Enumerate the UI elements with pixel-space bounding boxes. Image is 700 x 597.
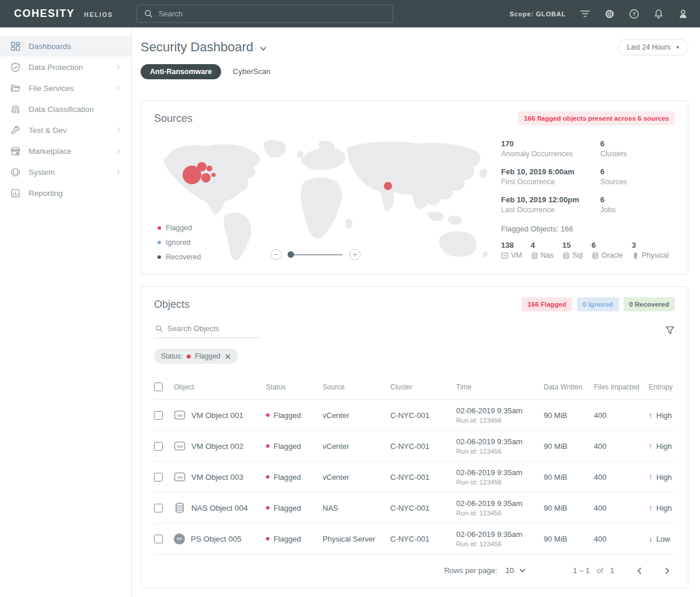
run-id: Run id: 123456 (456, 479, 544, 486)
chevron-down-icon[interactable] (259, 44, 268, 53)
sidebar-item-system[interactable]: System (0, 161, 131, 182)
column-header-object: Object (174, 383, 266, 391)
objects-card: Objects 166 Flagged0 Ignored0 Recovered (141, 286, 688, 588)
stat-label: Jobs (600, 206, 675, 214)
flagged-dot-icon (187, 354, 191, 359)
flagged-source-bubble[interactable] (206, 166, 212, 171)
previous-page-button[interactable] (635, 567, 643, 575)
page-total: 1 (610, 566, 614, 575)
type-count-label: Oracle (592, 251, 623, 259)
flagged-source-bubble[interactable] (384, 182, 392, 190)
row-checkbox[interactable] (154, 504, 163, 512)
global-search-input[interactable] (159, 9, 386, 18)
filter-lines-icon[interactable] (580, 9, 590, 19)
main-content: Security Dashboard Last 24 Hours ▾ Anti-… (132, 27, 700, 597)
row-checkbox[interactable] (154, 535, 163, 543)
sidebar-item-dashboards[interactable]: Dashboards (0, 36, 131, 57)
object-name: PS Object 005 (191, 535, 242, 543)
settings-icon[interactable] (604, 9, 615, 19)
flagged-source-bubble[interactable] (197, 162, 206, 171)
objects-search-input[interactable] (167, 324, 259, 333)
sidebar-item-data-protection[interactable]: Data Protection (0, 57, 131, 78)
account-icon[interactable] (678, 9, 688, 19)
type-count-physical: 3Physical (632, 241, 669, 259)
table-row[interactable]: VMVM Object 001FlaggedvCenterC-NYC-00102… (154, 400, 675, 431)
table-row[interactable]: AIXPS Object 005FlaggedPhysical ServerC-… (154, 524, 675, 554)
row-checkbox[interactable] (154, 411, 163, 420)
next-page-button[interactable] (663, 567, 671, 575)
table-row[interactable]: VMVM Object 002FlaggedvCenterC-NYC-00102… (154, 431, 675, 462)
close-icon[interactable] (225, 353, 231, 360)
data-written-cell: 90 MiB (544, 535, 594, 543)
zoom-slider-track[interactable] (289, 254, 342, 255)
zoom-slider-handle[interactable] (288, 251, 294, 258)
source-cell: vCenter (323, 442, 390, 451)
type-count-value: 138 (501, 241, 522, 250)
object-name: VM Object 002 (191, 442, 243, 451)
rows-per-page-value[interactable]: 10 (506, 566, 514, 575)
dashboard-tabs: Anti-RansomwareCyberScan (141, 64, 688, 79)
time-cell: 02-06-2019 9:35amRun id: 123456 (456, 406, 544, 424)
data-written-cell: 90 MiB (544, 442, 594, 451)
row-checkbox[interactable] (154, 473, 163, 482)
type-label-text: Nas (541, 251, 554, 259)
sidebar-item-marketplace[interactable]: Marketplace (0, 141, 131, 161)
map-legend: FlaggedIgnoredRecovered (158, 224, 201, 261)
notifications-icon[interactable] (653, 9, 664, 19)
help-icon[interactable]: ? (629, 9, 639, 19)
objects-search[interactable] (154, 322, 260, 338)
row-checkbox[interactable] (154, 442, 163, 451)
zoom-out-button[interactable]: − (271, 249, 282, 260)
column-header-status: Status (266, 383, 323, 391)
arrow-up-icon: ↑ (649, 472, 653, 482)
run-id: Run id: 123456 (456, 510, 544, 517)
table-row[interactable]: NAS Object 004FlaggedNASC-NYC-00102-06-2… (154, 493, 675, 524)
status-filter-chip[interactable]: Status: Flagged (154, 349, 238, 364)
chevron-down-icon[interactable] (519, 567, 526, 574)
flagged-source-bubble[interactable] (212, 173, 216, 177)
sidebar-item-data-classification[interactable]: Data Classification (0, 99, 131, 120)
stats-grid: 170Anomaly Occurrences6ClustersFeb 10, 2… (501, 139, 675, 214)
database-icon (592, 252, 599, 259)
sidebar-item-label: Test & Dev (29, 126, 66, 135)
data-protection-icon (10, 62, 20, 72)
sidebar-item-reporting[interactable]: Reporting (0, 182, 131, 203)
flagged-source-bubble[interactable] (201, 173, 211, 182)
caret-down-icon: ▾ (676, 44, 679, 50)
filter-funnel-icon[interactable] (665, 325, 675, 335)
stat-value: Feb 10, 2019 6:00am (501, 167, 600, 176)
time-value: 02-06-2019 9:35am (456, 406, 544, 415)
page-title: Security Dashboard (141, 40, 253, 55)
files-impacted-cell: 400 (594, 411, 649, 420)
table-row[interactable]: VMVM Object 003FlaggedvCenterC-NYC-00102… (154, 462, 675, 493)
topbar: COHESITY HELIOS Scope: GLOBAL ? (0, 0, 700, 27)
chevron-right-icon (115, 148, 122, 154)
sidebar-item-file-services[interactable]: File Services (0, 78, 131, 99)
time-value: 02-06-2019 9:35am (456, 530, 544, 539)
topbar-actions: Scope: GLOBAL ? (509, 9, 688, 19)
status-cell: Flagged (266, 535, 323, 543)
select-all-checkbox[interactable] (154, 382, 163, 391)
chip-value: Flagged (195, 352, 220, 360)
entropy-cell: ↑High (649, 410, 675, 420)
type-label-text: VM (511, 251, 522, 259)
object-cell: VMVM Object 002 (174, 440, 266, 452)
tab-cyberscan[interactable]: CyberScan (233, 64, 270, 79)
time-filter-dropdown[interactable]: Last 24 Hours ▾ (618, 39, 688, 55)
object-cell: VMVM Object 001 (174, 409, 266, 421)
cluster-cell: C-NYC-001 (390, 504, 456, 512)
type-count-sql: 15Sql (562, 241, 583, 259)
files-impacted-cell: 400 (594, 442, 649, 451)
chevron-right-icon (115, 64, 122, 71)
sidebar-item-label: Data Protection (29, 63, 83, 72)
sidebar-item-test-dev[interactable]: Test & Dev (0, 120, 131, 141)
marketplace-icon (10, 146, 20, 156)
time-cell: 02-06-2019 9:35amRun id: 123456 (456, 530, 544, 547)
legend-item-flagged: Flagged (158, 224, 201, 232)
tab-anti-ransomware[interactable]: Anti-Ransomware (141, 64, 221, 79)
column-header-source: Source (323, 383, 390, 391)
search-icon (144, 9, 153, 18)
zoom-in-button[interactable]: + (349, 249, 360, 260)
type-count-label: Physical (632, 251, 669, 259)
global-search[interactable] (136, 5, 393, 23)
